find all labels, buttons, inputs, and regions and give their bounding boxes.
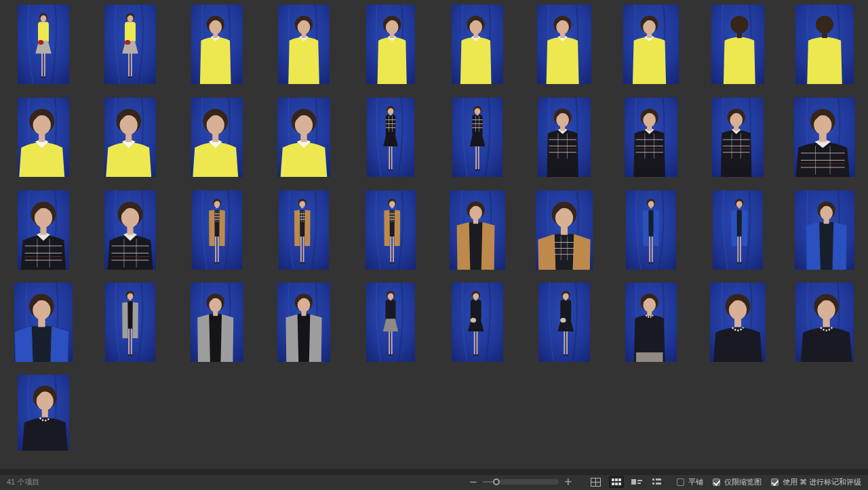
photo-thumbnail[interactable] bbox=[521, 5, 608, 84]
photo-thumbnail-image[interactable] bbox=[538, 283, 590, 362]
photo-thumbnail-image[interactable] bbox=[712, 98, 764, 177]
photo-thumbnail[interactable] bbox=[347, 5, 434, 84]
photo-thumbnail-image[interactable] bbox=[625, 98, 677, 177]
checkbox-thumbnails-only[interactable]: 仅限缩览图 bbox=[713, 477, 762, 487]
checkbox-tile[interactable]: 平铺 bbox=[677, 477, 703, 487]
photo-thumbnail-image[interactable] bbox=[711, 5, 764, 84]
photo-thumbnail[interactable] bbox=[608, 283, 694, 362]
slider-knob[interactable] bbox=[493, 478, 500, 485]
photo-thumbnail[interactable] bbox=[434, 98, 521, 177]
photo-thumbnail[interactable] bbox=[0, 98, 87, 177]
photo-thumbnail-image[interactable] bbox=[104, 5, 156, 84]
photo-thumbnail-image[interactable] bbox=[18, 375, 69, 451]
photo-thumbnail[interactable] bbox=[694, 98, 781, 177]
photo-thumbnail[interactable] bbox=[0, 375, 87, 451]
thumbnail-size-slider[interactable] bbox=[483, 478, 559, 486]
photo-thumbnail-image[interactable] bbox=[367, 98, 414, 177]
photo-thumbnail-image[interactable] bbox=[538, 98, 591, 177]
photo-thumbnail-image[interactable] bbox=[278, 5, 330, 84]
photo-thumbnail[interactable] bbox=[694, 5, 781, 84]
photo-thumbnail[interactable] bbox=[347, 98, 434, 177]
photo-thumbnail[interactable] bbox=[694, 283, 781, 362]
photo-thumbnail[interactable] bbox=[260, 98, 347, 177]
thumbnail-view-icon[interactable] bbox=[609, 476, 624, 488]
photo-thumbnail[interactable] bbox=[174, 190, 260, 270]
photo-thumbnail-image[interactable] bbox=[18, 98, 69, 177]
photo-thumbnail[interactable] bbox=[174, 5, 260, 84]
view-mode-buttons bbox=[589, 476, 665, 488]
photo-thumbnail-image[interactable] bbox=[795, 283, 854, 362]
photo-thumbnail[interactable] bbox=[608, 98, 694, 177]
photo-thumbnail-image[interactable] bbox=[279, 190, 329, 270]
photo-thumbnail[interactable] bbox=[174, 98, 260, 177]
photo-thumbnail-image[interactable] bbox=[452, 5, 503, 84]
photo-thumbnail[interactable] bbox=[608, 190, 694, 270]
photo-thumbnail[interactable] bbox=[260, 190, 347, 270]
photo-thumbnail[interactable] bbox=[260, 5, 347, 84]
checkbox-cmd-rating[interactable]: 使用 ⌘ 进行标记和评级 bbox=[771, 477, 861, 487]
photo-thumbnail[interactable] bbox=[260, 283, 347, 362]
photo-thumbnail-image[interactable] bbox=[452, 98, 502, 177]
photo-thumbnail-image[interactable] bbox=[713, 190, 763, 270]
photo-thumbnail-image[interactable] bbox=[277, 98, 330, 177]
photo-thumbnail-image[interactable] bbox=[366, 283, 415, 362]
photo-thumbnail[interactable] bbox=[521, 190, 608, 270]
photo-thumbnail-image[interactable] bbox=[192, 190, 242, 270]
photo-thumbnail[interactable] bbox=[434, 283, 521, 362]
photo-thumbnail-image[interactable] bbox=[14, 283, 73, 362]
photo-thumbnail[interactable] bbox=[174, 283, 260, 362]
thumbnails-only-checkbox[interactable] bbox=[713, 478, 720, 486]
photo-thumbnail-image[interactable] bbox=[795, 190, 854, 270]
photo-thumbnail[interactable] bbox=[781, 98, 868, 177]
photo-thumbnail[interactable] bbox=[347, 190, 434, 270]
photo-thumbnail-image[interactable] bbox=[105, 283, 155, 362]
photo-thumbnail-image[interactable] bbox=[625, 283, 677, 362]
photo-thumbnail-image[interactable] bbox=[452, 283, 503, 362]
photo-thumbnail[interactable] bbox=[87, 283, 174, 362]
photo-thumbnail[interactable] bbox=[434, 190, 521, 270]
photo-thumbnail[interactable] bbox=[781, 283, 868, 362]
status-bar: 41 个项目 − + bbox=[0, 469, 868, 490]
photo-thumbnail-image[interactable] bbox=[795, 5, 854, 84]
cmd-rating-checkbox[interactable] bbox=[771, 478, 778, 486]
photo-thumbnail[interactable] bbox=[87, 5, 174, 84]
photo-thumbnail[interactable] bbox=[521, 98, 608, 177]
tile-checkbox[interactable] bbox=[677, 478, 684, 486]
photo-thumbnail[interactable] bbox=[781, 190, 868, 270]
photo-thumbnail-image[interactable] bbox=[191, 98, 243, 177]
photo-thumbnail[interactable] bbox=[0, 283, 87, 362]
photo-thumbnail[interactable] bbox=[608, 5, 694, 84]
photo-thumbnail[interactable] bbox=[87, 98, 174, 177]
photo-thumbnail-image[interactable] bbox=[104, 190, 156, 270]
photo-thumbnail-image[interactable] bbox=[450, 190, 505, 270]
photo-thumbnail[interactable] bbox=[521, 283, 608, 362]
grid-lock-icon[interactable] bbox=[589, 476, 604, 488]
photo-thumbnail-image[interactable] bbox=[18, 190, 69, 270]
photo-thumbnail-image[interactable] bbox=[536, 190, 593, 270]
photo-thumbnail-image[interactable] bbox=[794, 98, 855, 177]
photo-thumbnail-image[interactable] bbox=[191, 5, 243, 84]
photo-thumbnail[interactable] bbox=[781, 5, 868, 84]
slider-track-right bbox=[499, 479, 559, 485]
photo-thumbnail-image[interactable] bbox=[366, 190, 416, 270]
photo-thumbnail-image[interactable] bbox=[366, 5, 415, 84]
photo-thumbnail[interactable] bbox=[434, 5, 521, 84]
photo-thumbnail[interactable] bbox=[0, 190, 87, 270]
photo-thumbnail-image[interactable] bbox=[537, 5, 591, 84]
photo-thumbnail-image[interactable] bbox=[277, 283, 330, 362]
photo-thumbnail[interactable] bbox=[347, 283, 434, 362]
slider-track-left bbox=[483, 481, 493, 483]
photo-thumbnail[interactable] bbox=[0, 5, 87, 84]
zoom-in-button[interactable]: + bbox=[563, 477, 574, 487]
photo-thumbnail-image[interactable] bbox=[104, 98, 156, 177]
photo-thumbnail[interactable] bbox=[694, 190, 781, 270]
photo-thumbnail-image[interactable] bbox=[191, 283, 243, 362]
list-view-icon[interactable] bbox=[650, 476, 665, 488]
photo-thumbnail-image[interactable] bbox=[710, 283, 766, 362]
zoom-out-button[interactable]: − bbox=[468, 477, 479, 487]
photo-thumbnail-image[interactable] bbox=[18, 5, 69, 84]
photo-thumbnail[interactable] bbox=[87, 190, 174, 270]
photo-thumbnail-image[interactable] bbox=[623, 5, 679, 84]
photo-thumbnail-image[interactable] bbox=[626, 190, 676, 270]
details-view-icon[interactable] bbox=[629, 476, 644, 488]
